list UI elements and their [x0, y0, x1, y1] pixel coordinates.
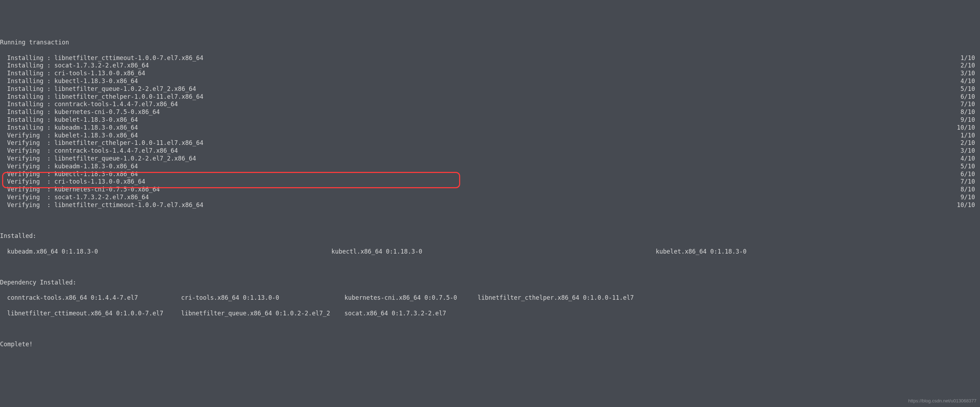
- step-package: Installing : libnetfilter_cthelper-1.0.0…: [0, 93, 204, 101]
- dependency-row: libnetfilter_cttimeout.x86_64 0:1.0.0-7.…: [0, 310, 980, 318]
- dependency-package: conntrack-tools.x86_64 0:1.4.4-7.el7: [7, 294, 156, 302]
- transaction-step: Verifying : kubectl-1.18.3-0.x86_646/10: [0, 170, 980, 178]
- transaction-step: Installing : socat-1.7.3.2-2.el7.x86_642…: [0, 62, 980, 70]
- step-package: Installing : libnetfilter_cttimeout-1.0.…: [0, 54, 204, 62]
- transaction-step: Verifying : libnetfilter_cthelper-1.0.0-…: [0, 139, 980, 147]
- transaction-step: Verifying : libnetfilter_cttimeout-1.0.0…: [0, 201, 980, 209]
- header-line: Running transaction: [0, 39, 980, 46]
- transaction-step: Verifying : libnetfilter_queue-1.0.2-2.e…: [0, 155, 980, 163]
- step-progress: 1/10: [961, 132, 980, 140]
- transaction-step: Installing : kubelet-1.18.3-0.x86_649/10: [0, 116, 980, 124]
- transaction-step: Installing : libnetfilter_cttimeout-1.0.…: [0, 54, 980, 62]
- step-package: Verifying : socat-1.7.3.2-2.el7.x86_64: [0, 194, 149, 201]
- transaction-step: Verifying : kubernetes-cni-0.7.5-0.x86_6…: [0, 186, 980, 194]
- step-progress: 7/10: [961, 100, 980, 108]
- dependency-package: cri-tools.x86_64 0:1.13.0-0: [181, 294, 320, 302]
- step-package: Verifying : kubelet-1.18.3-0.x86_64: [0, 132, 138, 140]
- installed-packages-row: kubeadm.x86_64 0:1.18.3-0 kubectl.x86_64…: [0, 248, 980, 256]
- installed-package: kubelet.x86_64 0:1.18.3-0: [656, 248, 980, 256]
- dependency-package: kubernetes-cni.x86_64 0:0.7.5-0: [344, 294, 453, 302]
- installed-package: kubectl.x86_64 0:1.18.3-0: [331, 248, 655, 256]
- step-progress: 6/10: [961, 93, 980, 101]
- dependency-package: socat.x86_64 0:1.7.3.2-2.el7: [344, 310, 453, 318]
- dependency-row: conntrack-tools.x86_64 0:1.4.4-7.el7 cri…: [0, 294, 980, 302]
- complete-label: Complete!: [0, 340, 980, 348]
- step-progress: 5/10: [961, 163, 980, 170]
- transaction-step: Installing : libnetfilter_queue-1.0.2-2.…: [0, 85, 980, 93]
- step-progress: 8/10: [961, 108, 980, 116]
- step-package: Verifying : libnetfilter_cthelper-1.0.0-…: [0, 139, 204, 147]
- transaction-step: Verifying : conntrack-tools-1.4.4-7.el7.…: [0, 147, 980, 155]
- dependency-package: libnetfilter_cttimeout.x86_64 0:1.0.0-7.…: [7, 310, 156, 318]
- transaction-step: Installing : kubectl-1.18.3-0.x86_644/10: [0, 78, 980, 85]
- step-progress: 8/10: [961, 186, 980, 194]
- transaction-step: Installing : cri-tools-1.13.0-0.x86_643/…: [0, 70, 980, 78]
- step-progress: 4/10: [961, 78, 980, 85]
- step-package: Installing : socat-1.7.3.2-2.el7.x86_64: [0, 62, 149, 70]
- step-progress: 6/10: [961, 170, 980, 178]
- step-progress: 3/10: [961, 70, 980, 78]
- step-progress: 9/10: [961, 194, 980, 201]
- terminal-output: Running transaction Installing : libnetf…: [0, 31, 980, 356]
- step-package: Verifying : kubectl-1.18.3-0.x86_64: [0, 170, 138, 178]
- step-package: Verifying : kubeadm-1.18.3-0.x86_64: [0, 163, 138, 170]
- step-package: Verifying : cri-tools-1.13.0-0.x86_64: [0, 178, 145, 186]
- step-package: Installing : libnetfilter_queue-1.0.2-2.…: [0, 85, 196, 93]
- transaction-step: Verifying : kubelet-1.18.3-0.x86_641/10: [0, 132, 980, 140]
- step-progress: 5/10: [961, 85, 980, 93]
- installed-label: Installed:: [0, 232, 980, 240]
- step-package: Installing : conntrack-tools-1.4.4-7.el7…: [0, 100, 178, 108]
- step-package: Installing : kubernetes-cni-0.7.5-0.x86_…: [0, 108, 160, 116]
- transaction-step: Installing : kubeadm-1.18.3-0.x86_6410/1…: [0, 124, 980, 132]
- step-progress: 10/10: [957, 201, 980, 209]
- installed-package: kubeadm.x86_64 0:1.18.3-0: [7, 248, 331, 256]
- transaction-step: Installing : libnetfilter_cthelper-1.0.0…: [0, 93, 980, 101]
- step-package: Installing : kubeadm-1.18.3-0.x86_64: [0, 124, 138, 132]
- transaction-step: Verifying : cri-tools-1.13.0-0.x86_647/1…: [0, 178, 980, 186]
- step-package: Verifying : kubernetes-cni-0.7.5-0.x86_6…: [0, 186, 160, 194]
- step-progress: 2/10: [961, 139, 980, 147]
- step-progress: 9/10: [961, 116, 980, 124]
- step-progress: 1/10: [961, 54, 980, 62]
- step-package: Verifying : libnetfilter_cttimeout-1.0.0…: [0, 201, 204, 209]
- transaction-step: Installing : kubernetes-cni-0.7.5-0.x86_…: [0, 108, 980, 116]
- step-progress: 7/10: [961, 178, 980, 186]
- step-progress: 4/10: [961, 155, 980, 163]
- step-progress: 10/10: [957, 124, 980, 132]
- step-package: Verifying : conntrack-tools-1.4.4-7.el7.…: [0, 147, 178, 155]
- dependency-package: libnetfilter_queue.x86_64 0:1.0.2-2.el7_…: [181, 310, 320, 318]
- step-package: Installing : kubelet-1.18.3-0.x86_64: [0, 116, 138, 124]
- step-progress: 3/10: [961, 147, 980, 155]
- transaction-step: Verifying : kubeadm-1.18.3-0.x86_645/10: [0, 163, 980, 170]
- step-package: Installing : kubectl-1.18.3-0.x86_64: [0, 78, 138, 85]
- transaction-step: Installing : conntrack-tools-1.4.4-7.el7…: [0, 100, 980, 108]
- step-package: Installing : cri-tools-1.13.0-0.x86_64: [0, 70, 145, 78]
- watermark: https://blog.csdn.net/u013068377: [908, 397, 977, 405]
- transaction-step: Verifying : socat-1.7.3.2-2.el7.x86_649/…: [0, 194, 980, 201]
- step-package: Verifying : libnetfilter_queue-1.0.2-2.e…: [0, 155, 196, 163]
- dependency-package: libnetfilter_cthelper.x86_64 0:1.0.0-11.…: [477, 294, 634, 302]
- dependency-installed-label: Dependency Installed:: [0, 279, 980, 286]
- step-progress: 2/10: [961, 62, 980, 70]
